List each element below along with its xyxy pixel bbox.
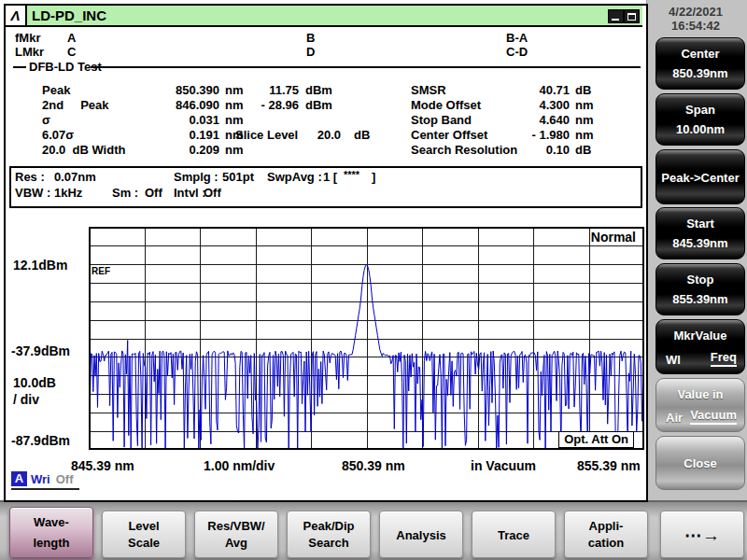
marker-c: C <box>67 45 76 59</box>
analysis-value: 0.209 <box>140 143 219 157</box>
softkey-span[interactable]: Span 10.00nm <box>655 93 745 146</box>
analysis-label: 20.0 dB Width <box>42 143 125 157</box>
minimize-icon[interactable] <box>608 9 624 23</box>
vbw-label: VBW : <box>15 186 50 200</box>
analysis-value: - 1.980 <box>490 128 570 142</box>
softkey-label: Peak->Center <box>656 170 744 184</box>
rule-left <box>13 66 26 68</box>
mkrvalue-freq-option[interactable]: Freq <box>711 350 737 367</box>
analysis-value: 4.640 <box>490 113 570 127</box>
window-title: LD-PD_INC <box>32 8 106 23</box>
analysis-label: Mode Offset <box>411 98 481 112</box>
softkey-value: 845.39nm <box>656 236 744 250</box>
datetime-display: 4/22/2021 16:54:42 <box>648 5 743 33</box>
spectrum-svg <box>89 227 644 450</box>
y-bottom-level-label: -87.9dBm <box>11 433 70 448</box>
trace-off-label: Off <box>56 472 74 486</box>
tab-label: Res/VBW/ <box>195 519 277 533</box>
softkey-value: 850.39nm <box>656 66 744 80</box>
analysis-label: 2nd Peak <box>42 98 109 112</box>
intvl-value: Off <box>204 186 221 200</box>
trace-status[interactable]: A Wri Off <box>11 471 79 490</box>
value-in-vacuum-option[interactable]: Vacuum <box>690 408 737 425</box>
slice-level-label: Slice Level <box>235 128 298 142</box>
softkey-start[interactable]: Start 845.39nm <box>655 207 745 259</box>
softkey-label: Value in <box>656 387 744 401</box>
smplg-label: Smplg : <box>174 170 218 184</box>
sm-value: Off <box>145 186 162 200</box>
res-value: 0.07nm <box>54 170 96 184</box>
slice-level-unit: dB <box>354 128 370 142</box>
marker-b-a: B-A <box>506 31 528 45</box>
trace-write-label: Wri <box>31 472 50 486</box>
mkrvalue-wl-option[interactable]: Wl <box>666 353 681 367</box>
softkey-stop[interactable]: Stop 855.39nm <box>655 263 745 315</box>
analysis-label: Stop Band <box>411 113 472 127</box>
tab-application[interactable]: Appli- cation <box>564 511 648 558</box>
tab-label: Trace <box>472 527 555 541</box>
smplg-value: 501pt <box>222 170 254 184</box>
tab-analysis[interactable]: Analysis <box>379 511 463 558</box>
analysis-unit: nm <box>575 128 594 142</box>
tab-wavelength[interactable]: Wave- length <box>9 507 93 558</box>
ref-line-label: REF <box>92 266 110 276</box>
analysis-unit: nm <box>225 113 244 127</box>
softkey-label: Close <box>656 456 744 470</box>
tab-level-scale[interactable]: Level Scale <box>102 511 186 558</box>
softkey-peak-to-center[interactable]: Peak->Center <box>655 149 745 204</box>
analysis-value: 0.10 <box>490 143 570 157</box>
x-stop-label: 855.39 nm <box>577 458 641 473</box>
trace-a-badge[interactable]: A <box>11 471 27 486</box>
softkey-label: Span <box>656 103 744 117</box>
tab-peak-dip-search[interactable]: Peak/Dip Search <box>287 511 371 558</box>
softkey-label: MkrValue <box>656 329 744 343</box>
softkey-close[interactable]: Close <box>655 436 745 490</box>
x-medium-label: in Vacuum <box>471 458 536 473</box>
res-label: Res : <box>15 170 45 184</box>
intvl-label: Intvl : <box>174 186 206 200</box>
softkey-value: 10.00nm <box>656 122 744 136</box>
tab-trace[interactable]: Trace <box>472 511 556 558</box>
marker-a: A <box>67 31 76 45</box>
softkey-mkrvalue[interactable]: MkrValue Wl Freq <box>655 319 745 374</box>
minimize-glyph <box>612 19 619 21</box>
tab-label: Avg <box>195 536 277 550</box>
softkey-label: Center <box>656 47 744 61</box>
swpavg-close-bracket: ] <box>372 170 375 184</box>
tab-label: length <box>10 536 92 550</box>
analysis-value: 0.031 <box>140 113 219 127</box>
analysis-value: 846.090 <box>140 98 219 112</box>
tab-label: Appli- <box>565 519 647 533</box>
analysis-unit: nm <box>575 113 594 127</box>
more-arrow-icon: ⋯→ <box>661 524 743 545</box>
date-text: 4/22/2021 <box>648 5 743 19</box>
swpavg-stars: **** <box>344 169 359 180</box>
y-scale-label: 10.0dB <box>13 375 56 390</box>
tab-label: Analysis <box>380 527 462 541</box>
swpavg-value: 1 [ <box>323 170 337 184</box>
sm-label: Sm : <box>112 186 138 200</box>
analysis-unit: dB <box>575 83 591 97</box>
tab-label: Peak/Dip <box>288 519 370 533</box>
softkey-label: Stop <box>656 273 744 287</box>
optical-attenuator-badge: Opt. Att On <box>558 431 634 448</box>
slice-level-value: 20.0 <box>310 128 341 142</box>
analysis-value: 40.71 <box>490 83 570 97</box>
softkey-value-in[interactable]: Value in Air Vacuum <box>655 378 745 432</box>
tab-more-arrow[interactable]: ⋯→ <box>660 511 744 558</box>
analysis-value: 0.191 <box>140 128 219 142</box>
tab-label: Level <box>103 519 185 533</box>
marker-d: D <box>306 45 315 59</box>
tab-res-vbw-avg[interactable]: Res/VBW/ Avg <box>194 511 278 558</box>
value-in-air-option[interactable]: Air <box>666 411 683 425</box>
x-start-label: 845.39 nm <box>71 458 134 473</box>
tab-label: Wave- <box>10 515 92 529</box>
tab-label: Scale <box>103 536 185 550</box>
marker-b: B <box>306 31 315 45</box>
analysis-label: 6.07σ <box>42 128 74 142</box>
analysis-value2: - 28.96 <box>235 98 299 112</box>
softkey-center[interactable]: Center 850.39nm <box>655 37 745 90</box>
lmkr-label: LMkr <box>15 45 44 59</box>
fmkr-label: fMkr <box>15 31 40 45</box>
maximize-icon[interactable] <box>624 9 640 23</box>
